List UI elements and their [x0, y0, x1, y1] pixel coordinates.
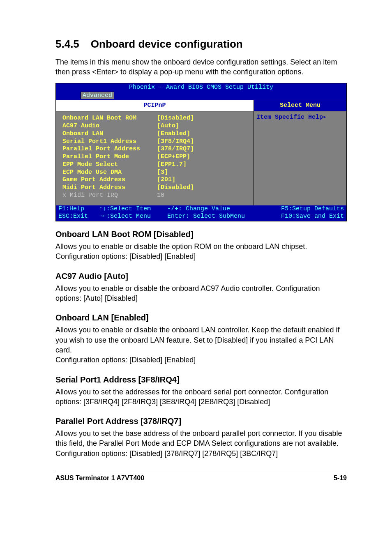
subsection-body: Allows you to enable or disable the onbo… [55, 325, 347, 365]
subsection-body: Allows you to set the base address of th… [55, 428, 347, 458]
bios-item-label: Parallel Port Address [62, 145, 157, 153]
bios-item-label: EPP Mode Select [62, 161, 157, 169]
bios-item-label: Game Port Address [62, 176, 157, 184]
bios-header-row: PCIPnP Select Menu [56, 100, 346, 112]
bios-item-value: [Disabled] [157, 184, 194, 192]
bios-panel-title: PCIPnP [56, 100, 254, 111]
bios-item-value: [Enabled] [157, 130, 190, 138]
bios-footer-keys-left: F1:Help ↑↓:Select Item ESC:Exit →←:Selec… [58, 205, 151, 221]
bios-item-value: [3F8/IRQ4] [157, 138, 194, 146]
bios-body: Onboard LAN Boot ROM[Disabled]AC97 Audio… [56, 111, 346, 205]
bios-item-row[interactable]: Game Port Address[201] [62, 176, 249, 184]
bios-item-label: Parallel Port Mode [62, 153, 157, 161]
bios-item-value: [Disabled] [157, 115, 194, 122]
subsection-heading: Parallel Port Address [378/IRQ7] [55, 416, 347, 427]
bios-item-value: [EPP1.7] [157, 161, 187, 169]
subsection-body: Allows you to enable or disable the onbo… [55, 283, 347, 304]
footer-page-number: 5-19 [334, 474, 347, 483]
bios-item-row[interactable]: Onboard LAN[Enabled] [62, 130, 249, 138]
section-number: 5.4.5 [55, 37, 79, 51]
section-intro: The items in this menu show the onboard … [55, 57, 347, 77]
subsection-heading: Onboard LAN [Enabled] [55, 312, 347, 323]
subsection-heading: AC97 Audio [Auto] [55, 271, 347, 282]
bios-item-row: x Midi Port IRQ10 [62, 192, 249, 200]
bios-item-label: Onboard LAN [62, 130, 157, 138]
bios-item-value: [Auto] [157, 122, 179, 130]
bios-item-value: [3] [157, 169, 168, 177]
bios-item-row[interactable]: Parallel Port Mode[ECP+EPP] [62, 153, 249, 161]
bios-tab-advanced[interactable]: Advanced [81, 92, 114, 99]
bios-item-label: Midi Port Address [62, 184, 157, 192]
bios-screenshot: Phoenix - Award BIOS CMOS Setup Utility … [55, 83, 347, 222]
bios-item-row[interactable]: Midi Port Address[Disabled] [62, 184, 249, 192]
bios-title: Phoenix - Award BIOS CMOS Setup Utility [56, 83, 346, 92]
bios-help-title: Select Menu [254, 100, 346, 111]
bios-footer: F1:Help ↑↓:Select Item ESC:Exit →←:Selec… [56, 205, 346, 221]
bios-item-row[interactable]: EPP Mode Select[EPP1.7] [62, 161, 249, 169]
chevron-right-icon [323, 114, 327, 121]
bios-footer-keys-right: F5:Setup Defaults F10:Save and Exit [281, 205, 344, 221]
bios-help-text: Item Specific Help [256, 114, 323, 121]
bios-item-label: AC97 Audio [62, 122, 157, 130]
subsection-heading: Serial Port1 Address [3F8/IRQ4] [55, 374, 347, 385]
subsection-body: Allows you to set the addresses for the … [55, 387, 347, 407]
bios-tab-bar: Advanced [56, 92, 346, 100]
bios-item-row[interactable]: Onboard LAN Boot ROM[Disabled] [62, 115, 249, 122]
bios-item-value: [201] [157, 176, 175, 184]
footer-product: ASUS Terminator 1 A7VT400 [55, 474, 144, 483]
bios-item-value: 10 [157, 192, 164, 200]
page-footer: ASUS Terminator 1 A7VT400 5-19 [55, 471, 347, 483]
subsection-body: Allows you to enable or disable the opti… [55, 242, 347, 262]
bios-item-list: Onboard LAN Boot ROM[Disabled]AC97 Audio… [56, 111, 254, 205]
bios-item-label: ECP Mode Use DMA [62, 169, 157, 177]
bios-item-value: [ECP+EPP] [157, 153, 190, 161]
section-heading: 5.4.5Onboard device configuration [55, 37, 347, 51]
bios-item-label: Onboard LAN Boot ROM [62, 115, 157, 122]
subsection-heading: Onboard LAN Boot ROM [Disabled] [55, 229, 347, 240]
bios-help-panel: Item Specific Help [254, 111, 346, 205]
bios-item-row[interactable]: AC97 Audio[Auto] [62, 122, 249, 130]
section-title: Onboard device configuration [91, 38, 243, 50]
bios-item-row[interactable]: ECP Mode Use DMA[3] [62, 169, 249, 177]
bios-item-row[interactable]: Serial Port1 Address[3F8/IRQ4] [62, 138, 249, 146]
bios-item-label: Serial Port1 Address [62, 138, 157, 146]
bios-footer-keys-mid: -/+: Change Value Enter: Select SubMenu [167, 205, 245, 221]
bios-item-label: x Midi Port IRQ [62, 192, 157, 200]
bios-item-row[interactable]: Parallel Port Address[378/IRQ7] [62, 145, 249, 153]
bios-item-value: [378/IRQ7] [157, 145, 194, 153]
